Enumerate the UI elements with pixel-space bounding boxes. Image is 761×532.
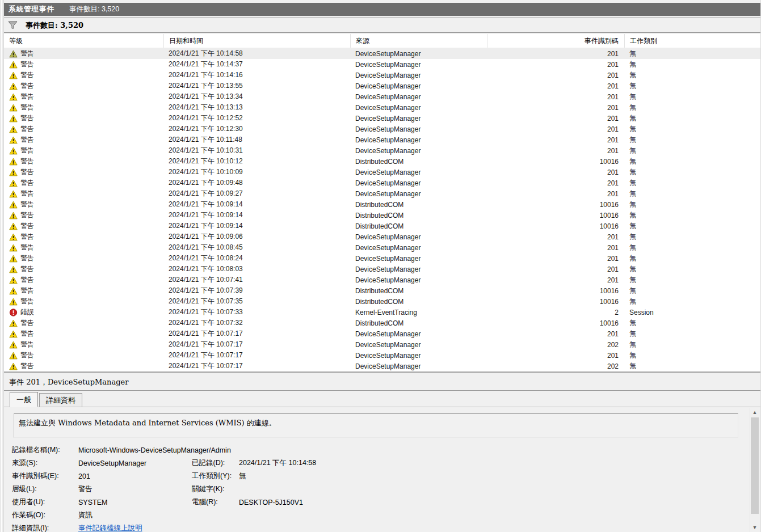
event-id-cell: 201 (487, 190, 624, 198)
warning-icon (9, 341, 18, 349)
table-row[interactable]: 錯誤 2024/1/21 下午 10:07:33 Kernel-EventTra… (4, 307, 760, 318)
table-row[interactable]: 警告 2024/1/21 下午 10:09:14 DistributedCOM … (4, 210, 760, 221)
field-value: Microsoft-Windows-DeviceSetupManager/Adm… (78, 446, 385, 454)
event-field-row: 事件識別碼(E): 201 工作類別(Y): 無 (4, 470, 738, 483)
table-row[interactable]: 警告 2024/1/21 下午 10:12:52 DeviceSetupMana… (4, 113, 760, 124)
event-field-row: 作業碼(O): 資訊 (4, 509, 738, 522)
level-label: 警告 (20, 113, 34, 123)
event-id-cell: 201 (487, 265, 624, 273)
event-detail-header: 事件 201，DeviceSetupManager (4, 374, 760, 391)
window-left-edge (0, 0, 4, 532)
source-cell: DistributedCOM (350, 319, 487, 327)
task-category-cell: 無 (624, 70, 760, 80)
scrollbar-thumb[interactable] (751, 417, 759, 514)
datetime-cell: 2024/1/21 下午 10:08:03 (163, 264, 350, 274)
table-row[interactable]: 警告 2024/1/21 下午 10:09:14 DistributedCOM … (4, 199, 760, 210)
event-id-cell: 201 (487, 104, 624, 112)
table-row[interactable]: 警告 2024/1/21 下午 10:09:27 DeviceSetupMana… (4, 188, 760, 199)
warning-icon (9, 136, 18, 144)
table-row[interactable]: 警告 2024/1/21 下午 10:14:58 DeviceSetupMana… (4, 48, 760, 59)
warning-icon (9, 212, 18, 219)
column-header-task-category[interactable]: 工作類別 (624, 34, 760, 48)
table-row[interactable]: 警告 2024/1/21 下午 10:14:37 DeviceSetupMana… (4, 59, 760, 70)
level-label: 警告 (20, 178, 34, 188)
level-label: 警告 (20, 254, 34, 263)
event-id-cell: 10016 (487, 158, 624, 166)
warning-icon (9, 298, 18, 306)
field-value: DeviceSetupManager (78, 459, 192, 467)
datetime-cell: 2024/1/21 下午 10:09:14 (163, 200, 350, 209)
table-row[interactable]: 警告 2024/1/21 下午 10:13:34 DeviceSetupMana… (4, 91, 760, 102)
datetime-cell: 2024/1/21 下午 10:13:34 (163, 92, 350, 102)
field-label-col2: 工作類別(Y): (192, 471, 239, 481)
task-category-cell: 無 (624, 340, 760, 349)
field-label-col2: 電腦(R): (192, 497, 239, 507)
field-value: 資訊 (78, 510, 192, 520)
field-label: 作業碼(O): (4, 510, 78, 520)
warning-icon (9, 61, 18, 69)
datetime-cell: 2024/1/21 下午 10:10:31 (163, 146, 350, 155)
table-row[interactable]: 警告 2024/1/21 下午 10:07:41 DeviceSetupMana… (4, 275, 760, 285)
event-id-cell: 10016 (487, 319, 624, 327)
tab-general[interactable]: 一般 (10, 392, 38, 407)
table-row[interactable]: 警告 2024/1/21 下午 10:08:45 DeviceSetupMana… (4, 242, 760, 253)
warning-icon (9, 330, 18, 338)
table-row[interactable]: 警告 2024/1/21 下午 10:07:39 DistributedCOM … (4, 285, 760, 296)
event-description-box[interactable]: 無法建立與 Windows Metadata and Internet Serv… (14, 413, 738, 438)
warning-icon (9, 168, 18, 176)
warning-icon (9, 82, 18, 90)
table-row[interactable]: 警告 2024/1/21 下午 10:07:35 DistributedCOM … (4, 296, 760, 307)
table-row[interactable]: 警告 2024/1/21 下午 10:07:17 DeviceSetupMana… (4, 361, 760, 371)
event-id-cell: 201 (487, 136, 624, 144)
table-row[interactable]: 警告 2024/1/21 下午 10:10:12 DistributedCOM … (4, 156, 760, 167)
column-header-source[interactable]: 來源 (350, 34, 487, 48)
table-row[interactable]: 警告 2024/1/21 下午 10:13:13 DeviceSetupMana… (4, 102, 760, 113)
table-row[interactable]: 警告 2024/1/21 下午 10:09:06 DeviceSetupMana… (4, 231, 760, 242)
detail-scrollbar[interactable]: ▲ ▼ (750, 408, 759, 532)
table-row[interactable]: 警告 2024/1/21 下午 10:09:14 DistributedCOM … (4, 221, 760, 231)
table-row[interactable]: 警告 2024/1/21 下午 10:13:55 DeviceSetupMana… (4, 81, 760, 91)
column-header-level[interactable]: 等級 (4, 34, 163, 48)
table-row[interactable]: 警告 2024/1/21 下午 10:08:24 DeviceSetupMana… (4, 253, 760, 264)
source-cell: DeviceSetupManager (350, 179, 487, 187)
task-category-cell: 無 (624, 275, 760, 285)
event-id-cell: 201 (487, 233, 624, 241)
table-row[interactable]: 警告 2024/1/21 下午 10:09:48 DeviceSetupMana… (4, 178, 760, 188)
task-category-cell: 無 (624, 178, 760, 188)
source-cell: DeviceSetupManager (350, 61, 487, 69)
scrollbar-down-icon[interactable]: ▼ (750, 523, 759, 532)
source-cell: DeviceSetupManager (350, 93, 487, 101)
table-row[interactable]: 警告 2024/1/21 下午 10:07:17 DeviceSetupMana… (4, 350, 760, 361)
scrollbar-up-icon[interactable]: ▲ (750, 408, 759, 417)
tab-details[interactable]: 詳細資料 (39, 393, 82, 407)
table-row[interactable]: 警告 2024/1/21 下午 10:11:48 DeviceSetupMana… (4, 134, 760, 145)
event-id-cell: 201 (487, 61, 624, 69)
warning-icon (9, 201, 18, 209)
field-value-col2: DESKTOP-5J150V1 (239, 499, 738, 506)
event-id-cell: 201 (487, 82, 624, 90)
field-label: 記錄檔名稱(M): (4, 445, 78, 455)
source-cell: DeviceSetupManager (350, 136, 487, 144)
source-cell: DeviceSetupManager (350, 82, 487, 90)
event-detail-title: 事件 201，DeviceSetupManager (9, 377, 128, 387)
event-id-cell: 10016 (487, 287, 624, 295)
table-row[interactable]: 警告 2024/1/21 下午 10:07:32 DistributedCOM … (4, 318, 760, 328)
event-field-row: 層級(L): 警告 關鍵字(K): (4, 483, 738, 496)
source-cell: DeviceSetupManager (350, 125, 487, 133)
column-header-event-id[interactable]: 事件識別碼 (487, 34, 624, 48)
table-row[interactable]: 警告 2024/1/21 下午 10:10:31 DeviceSetupMana… (4, 145, 760, 156)
table-row[interactable]: 警告 2024/1/21 下午 10:07:17 DeviceSetupMana… (4, 328, 760, 339)
datetime-cell: 2024/1/21 下午 10:12:30 (163, 124, 350, 134)
level-label: 警告 (20, 70, 34, 80)
column-header-datetime[interactable]: 日期和時間 (163, 34, 350, 48)
event-log-online-help-link[interactable]: 事件記錄檔線上說明 (78, 524, 142, 532)
table-row[interactable]: 警告 2024/1/21 下午 10:12:30 DeviceSetupMana… (4, 124, 760, 134)
task-category-cell: 無 (624, 157, 760, 166)
table-row[interactable]: 警告 2024/1/21 下午 10:07:17 DeviceSetupMana… (4, 339, 760, 350)
table-row[interactable]: 警告 2024/1/21 下午 10:14:16 DeviceSetupMana… (4, 70, 760, 81)
filter-summary-bar[interactable]: 事件數目: 3,520 (4, 18, 760, 33)
table-row[interactable]: 警告 2024/1/21 下午 10:08:03 DeviceSetupMana… (4, 264, 760, 275)
task-category-cell: 無 (624, 200, 760, 209)
source-cell: DeviceSetupManager (350, 168, 487, 176)
table-row[interactable]: 警告 2024/1/21 下午 10:10:09 DeviceSetupMana… (4, 167, 760, 178)
